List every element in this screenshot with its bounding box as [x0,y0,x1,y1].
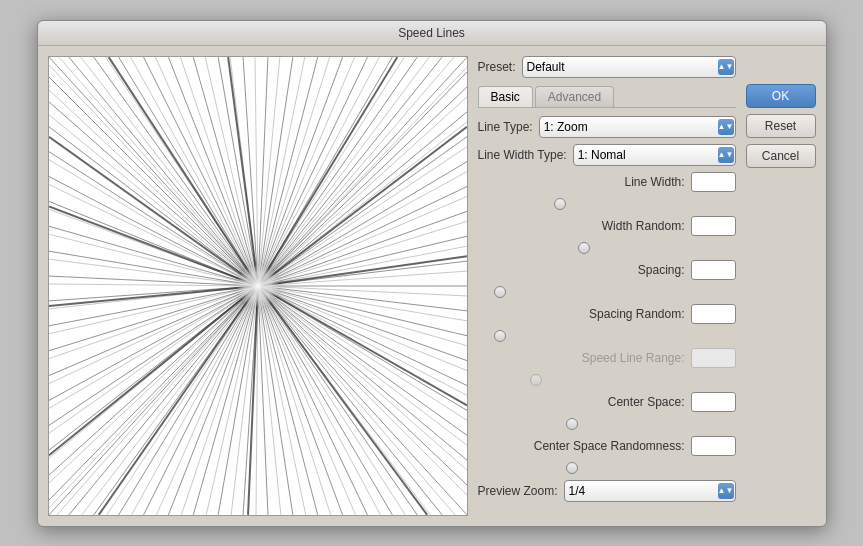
center-space-slider-row [478,416,736,432]
center-space-randomness-slider[interactable] [482,461,736,475]
dialog-title: Speed Lines [398,26,465,40]
line-type-row: Line Type: 1: Zoom ▲▼ [478,114,736,140]
preset-row: Preset: Default ▲▼ [478,56,736,78]
speed-line-range-slider [482,373,736,387]
speed-line-range-input: 5 [691,348,736,368]
preview-canvas [49,57,467,515]
line-type-label: Line Type: [478,120,533,134]
spacing-random-slider-row [478,328,736,344]
line-width-input[interactable]: 10 [691,172,736,192]
tabs-row: Basic Advanced [478,86,736,108]
preview-zoom-select-wrapper: 1/4 ▲▼ [564,480,736,502]
width-random-input[interactable]: 12 [691,216,736,236]
width-random-row: Width Random: 12 [478,214,736,238]
svg-point-156 [203,231,312,340]
width-random-label: Width Random: [602,219,685,233]
title-bar: Speed Lines [38,21,826,46]
preset-select[interactable]: Default [522,56,736,78]
line-width-label: Line Width: [624,175,684,189]
center-space-randomness-label: Center Space Randomness: [534,439,685,453]
reset-button[interactable]: Reset [746,114,816,138]
center-space-label: Center Space: [608,395,685,409]
center-space-slider[interactable] [482,417,736,431]
line-width-row: Line Width: 10 [478,170,736,194]
preset-select-wrapper: Default ▲▼ [522,56,736,78]
width-random-slider-row [478,240,736,256]
spacing-label: Spacing: [638,263,685,277]
center-space-row: Center Space: 10 [478,390,736,414]
center-space-randomness-row: Center Space Randomness: 10 [478,434,736,458]
tab-advanced[interactable]: Advanced [535,86,614,107]
form-section: Line Type: 1: Zoom ▲▼ Line Width Type: 1… [478,114,736,504]
spacing-input[interactable]: 1 [691,260,736,280]
dialog-body: Preset: Default ▲▼ Basic Advanced [38,46,826,526]
spacing-row: Spacing: 1 [478,258,736,282]
preview-panel [48,56,468,516]
preview-zoom-row: Preview Zoom: 1/4 ▲▼ [478,478,736,504]
ok-button[interactable]: OK [746,84,816,108]
preset-label: Preset: [478,60,516,74]
line-width-type-select[interactable]: 1: Nomal [573,144,736,166]
line-type-select[interactable]: 1: Zoom [539,116,736,138]
spacing-random-row: Spacing Random: 1 [478,302,736,326]
line-width-slider-row [478,196,736,212]
preview-zoom-label: Preview Zoom: [478,484,558,498]
center-space-input[interactable]: 10 [691,392,736,412]
center-space-randomness-input[interactable]: 10 [691,436,736,456]
line-width-type-select-wrapper: 1: Nomal ▲▼ [573,144,736,166]
line-type-select-wrapper: 1: Zoom ▲▼ [539,116,736,138]
preview-zoom-select[interactable]: 1/4 [564,480,736,502]
width-random-slider[interactable] [482,241,736,255]
speed-line-range-row: Speed Line Range: 5 [478,346,736,370]
buttons-panel: OK Reset Cancel [746,56,816,516]
cancel-button[interactable]: Cancel [746,144,816,168]
line-width-type-row: Line Width Type: 1: Nomal ▲▼ [478,142,736,168]
spacing-slider[interactable] [482,285,736,299]
line-width-type-label: Line Width Type: [478,148,567,162]
dialog: Speed Lines [37,20,827,527]
spacing-random-input[interactable]: 1 [691,304,736,324]
speed-line-range-label: Speed Line Range: [582,351,685,365]
speed-line-range-slider-row [478,372,736,388]
tab-basic[interactable]: Basic [478,86,533,107]
spacing-slider-row [478,284,736,300]
center-space-randomness-slider-row [478,460,736,476]
spacing-random-label: Spacing Random: [589,307,684,321]
line-width-slider[interactable] [482,197,736,211]
spacing-random-slider[interactable] [482,329,736,343]
